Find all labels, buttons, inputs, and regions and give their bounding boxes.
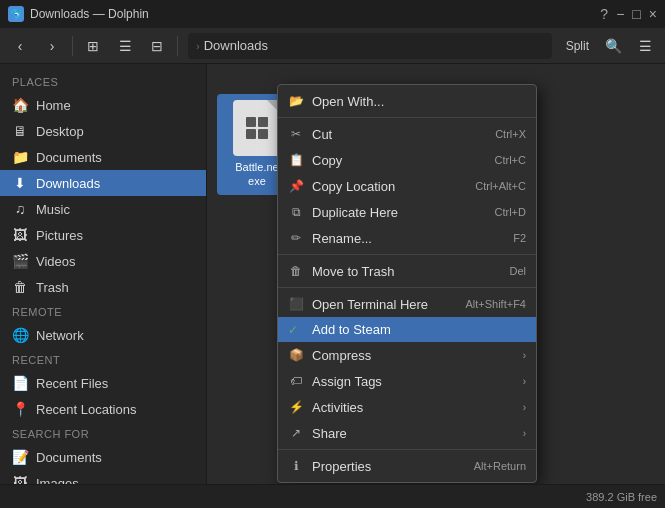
icon-cell-1 [246, 117, 256, 127]
documents-icon: 📁 [12, 149, 28, 165]
sidebar-item-network[interactable]: 🌐 Network [0, 322, 206, 348]
sidebar-item-videos[interactable]: 🎬 Videos [0, 248, 206, 274]
ctx-properties-label: Properties [312, 459, 466, 474]
ctx-separator-3 [278, 287, 536, 288]
sidebar-item-search-documents[interactable]: 📝 Documents [0, 444, 206, 470]
ctx-compress[interactable]: 📦 Compress › [278, 342, 536, 368]
toolbar-right: Split 🔍 ☰ [560, 32, 659, 60]
assign-tags-icon: 🏷 [288, 373, 304, 389]
sidebar-item-downloads[interactable]: ⬇ Downloads [0, 170, 206, 196]
split-button[interactable]: Split [560, 32, 595, 60]
ctx-add-to-steam[interactable]: ✓ Add to Steam [278, 317, 536, 342]
breadcrumb-bar[interactable]: › Downloads [188, 33, 552, 59]
ctx-compress-label: Compress [312, 348, 515, 363]
desktop-icon: 🖥 [12, 123, 28, 139]
sidebar-item-desktop[interactable]: 🖥 Desktop [0, 118, 206, 144]
sidebar-item-recent-locations[interactable]: 📍 Recent Locations [0, 396, 206, 422]
menu-button[interactable]: ☰ [631, 32, 659, 60]
sidebar-item-search-images-label: Images [36, 476, 79, 485]
share-icon: ↗ [288, 425, 304, 441]
view-list-button[interactable]: ☰ [111, 32, 139, 60]
sidebar-item-music-label: Music [36, 202, 70, 217]
ctx-copy-shortcut: Ctrl+C [495, 154, 526, 166]
videos-icon: 🎬 [12, 253, 28, 269]
ctx-duplicate-here[interactable]: ⧉ Duplicate Here Ctrl+D [278, 199, 536, 225]
sidebar-item-recent-locations-label: Recent Locations [36, 402, 136, 417]
breadcrumb-label: Downloads [204, 38, 268, 53]
file-area: Battle.ne exe 📂 Open With... ✂ Cut Ctrl+… [207, 64, 665, 484]
add-to-steam-check: ✓ [288, 323, 304, 337]
sidebar-item-search-images[interactable]: 🖼 Images [0, 470, 206, 484]
view-tree-button[interactable]: ⊟ [143, 32, 171, 60]
ctx-copy-label: Copy [312, 153, 487, 168]
copy-icon: 📋 [288, 152, 304, 168]
toolbar-separator-2 [177, 36, 178, 56]
back-button[interactable]: ‹ [6, 32, 34, 60]
ctx-copy-location[interactable]: 📌 Copy Location Ctrl+Alt+C [278, 173, 536, 199]
ctx-copy[interactable]: 📋 Copy Ctrl+C [278, 147, 536, 173]
share-arrow-icon: › [523, 428, 526, 439]
toolbar: ‹ › ⊞ ☰ ⊟ › Downloads Split 🔍 ☰ [0, 28, 665, 64]
minimize-button[interactable]: − [616, 6, 624, 22]
recent-files-icon: 📄 [12, 375, 28, 391]
context-menu: 📂 Open With... ✂ Cut Ctrl+X 📋 Copy Ctrl+… [277, 84, 537, 483]
ctx-rename[interactable]: ✏ Rename... F2 [278, 225, 536, 251]
open-with-icon: 📂 [288, 93, 304, 109]
sidebar-item-pictures[interactable]: 🖼 Pictures [0, 222, 206, 248]
file-icon-inner [238, 109, 276, 147]
ctx-share[interactable]: ↗ Share › [278, 420, 536, 446]
forward-button[interactable]: › [38, 32, 66, 60]
ctx-open-terminal[interactable]: ⬛ Open Terminal Here Alt+Shift+F4 [278, 291, 536, 317]
sidebar-item-home[interactable]: 🏠 Home [0, 92, 206, 118]
sidebar-item-documents[interactable]: 📁 Documents [0, 144, 206, 170]
trash-icon: 🗑 [12, 279, 28, 295]
sidebar-item-music[interactable]: ♫ Music [0, 196, 206, 222]
ctx-cut-shortcut: Ctrl+X [495, 128, 526, 140]
file-icon-battlenet [233, 100, 281, 156]
ctx-activities[interactable]: ⚡ Activities › [278, 394, 536, 420]
app-icon: 🐬 [8, 6, 24, 22]
rename-icon: ✏ [288, 230, 304, 246]
view-icons-button[interactable]: ⊞ [79, 32, 107, 60]
breadcrumb-arrow: › [196, 40, 200, 52]
move-to-trash-icon: 🗑 [288, 263, 304, 279]
statusbar-free-space: 389.2 GiB free [586, 491, 657, 503]
ctx-assign-tags-label: Assign Tags [312, 374, 515, 389]
help-button[interactable]: ? [600, 6, 608, 22]
file-label-line2: exe [248, 175, 266, 187]
sidebar-item-trash[interactable]: 🗑 Trash [0, 274, 206, 300]
sidebar-item-network-label: Network [36, 328, 84, 343]
titlebar-title: Downloads — Dolphin [30, 7, 149, 21]
sidebar-item-recent-files-label: Recent Files [36, 376, 108, 391]
sidebar-item-downloads-label: Downloads [36, 176, 100, 191]
music-icon: ♫ [12, 201, 28, 217]
ctx-move-to-trash[interactable]: 🗑 Move to Trash Del [278, 258, 536, 284]
search-documents-icon: 📝 [12, 449, 28, 465]
activities-icon: ⚡ [288, 399, 304, 415]
ctx-separator-1 [278, 117, 536, 118]
ctx-cut[interactable]: ✂ Cut Ctrl+X [278, 121, 536, 147]
sidebar: Places 🏠 Home 🖥 Desktop 📁 Documents ⬇ Do… [0, 64, 207, 484]
ctx-properties-shortcut: Alt+Return [474, 460, 526, 472]
toolbar-separator [72, 36, 73, 56]
ctx-share-label: Share [312, 426, 515, 441]
ctx-assign-tags[interactable]: 🏷 Assign Tags › [278, 368, 536, 394]
recent-label: Recent [0, 348, 206, 370]
sidebar-item-pictures-label: Pictures [36, 228, 83, 243]
ctx-open-with[interactable]: 📂 Open With... [278, 88, 536, 114]
sidebar-item-documents-label: Documents [36, 150, 102, 165]
ctx-activities-label: Activities [312, 400, 515, 415]
ctx-open-terminal-label: Open Terminal Here [312, 297, 457, 312]
network-icon: 🌐 [12, 327, 28, 343]
ctx-duplicate-shortcut: Ctrl+D [495, 206, 526, 218]
ctx-move-to-trash-label: Move to Trash [312, 264, 501, 279]
maximize-button[interactable]: □ [632, 6, 640, 22]
search-button[interactable]: 🔍 [599, 32, 627, 60]
titlebar: 🐬 Downloads — Dolphin ? − □ × [0, 0, 665, 28]
ctx-properties[interactable]: ℹ Properties Alt+Return [278, 453, 536, 479]
remote-label: Remote [0, 300, 206, 322]
close-button[interactable]: × [649, 6, 657, 22]
sidebar-item-videos-label: Videos [36, 254, 76, 269]
ctx-duplicate-label: Duplicate Here [312, 205, 487, 220]
sidebar-item-recent-files[interactable]: 📄 Recent Files [0, 370, 206, 396]
